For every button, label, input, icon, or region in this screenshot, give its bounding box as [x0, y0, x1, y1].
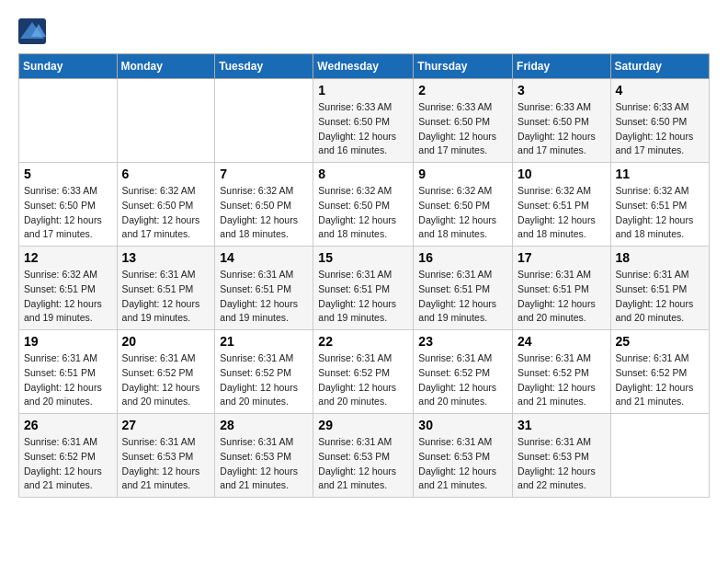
calendar-cell: 3Sunrise: 6:33 AM Sunset: 6:50 PM Daylig… [513, 79, 611, 163]
calendar-cell: 5Sunrise: 6:33 AM Sunset: 6:50 PM Daylig… [19, 163, 118, 247]
day-number: 15 [318, 250, 408, 265]
calendar-cell: 29Sunrise: 6:31 AM Sunset: 6:53 PM Dayli… [313, 414, 414, 498]
day-number: 25 [616, 334, 704, 349]
calendar-cell: 22Sunrise: 6:31 AM Sunset: 6:52 PM Dayli… [313, 330, 414, 414]
calendar-cell: 10Sunrise: 6:32 AM Sunset: 6:51 PM Dayli… [513, 163, 611, 247]
calendar-cell: 31Sunrise: 6:31 AM Sunset: 6:53 PM Dayli… [513, 414, 611, 498]
calendar-cell: 26Sunrise: 6:31 AM Sunset: 6:52 PM Dayli… [19, 414, 118, 498]
day-number: 30 [418, 418, 507, 432]
cell-info: Sunrise: 6:31 AM Sunset: 6:53 PM Dayligh… [122, 435, 210, 493]
calendar-cell: 14Sunrise: 6:31 AM Sunset: 6:51 PM Dayli… [215, 247, 313, 330]
calendar-cell: 11Sunrise: 6:32 AM Sunset: 6:51 PM Dayli… [610, 163, 709, 247]
cell-info: Sunrise: 6:32 AM Sunset: 6:50 PM Dayligh… [220, 184, 308, 242]
day-number: 21 [220, 334, 308, 349]
day-number: 14 [220, 250, 308, 265]
day-number: 24 [518, 334, 606, 349]
header-tuesday: Tuesday [215, 54, 313, 79]
week-row-4: 26Sunrise: 6:31 AM Sunset: 6:52 PM Dayli… [19, 414, 710, 498]
day-number: 26 [24, 418, 112, 432]
cell-info: Sunrise: 6:31 AM Sunset: 6:51 PM Dayligh… [318, 268, 408, 326]
cell-info: Sunrise: 6:32 AM Sunset: 6:50 PM Dayligh… [418, 184, 507, 242]
cell-info: Sunrise: 6:31 AM Sunset: 6:53 PM Dayligh… [220, 435, 308, 493]
logo-icon [18, 18, 46, 44]
cell-info: Sunrise: 6:32 AM Sunset: 6:51 PM Dayligh… [24, 268, 112, 326]
day-number: 19 [24, 334, 112, 349]
calendar-table: SundayMondayTuesdayWednesdayThursdayFrid… [18, 53, 710, 498]
calendar-cell: 6Sunrise: 6:32 AM Sunset: 6:50 PM Daylig… [117, 163, 215, 247]
week-row-2: 12Sunrise: 6:32 AM Sunset: 6:51 PM Dayli… [19, 247, 710, 330]
calendar-cell: 19Sunrise: 6:31 AM Sunset: 6:51 PM Dayli… [19, 330, 118, 414]
day-number: 12 [24, 250, 112, 265]
day-number: 11 [616, 167, 704, 181]
calendar-cell: 17Sunrise: 6:31 AM Sunset: 6:51 PM Dayli… [513, 247, 611, 330]
calendar-cell: 9Sunrise: 6:32 AM Sunset: 6:50 PM Daylig… [414, 163, 513, 247]
day-number: 28 [220, 418, 308, 432]
cell-info: Sunrise: 6:33 AM Sunset: 6:50 PM Dayligh… [518, 100, 606, 158]
calendar-cell: 7Sunrise: 6:32 AM Sunset: 6:50 PM Daylig… [215, 163, 313, 247]
day-number: 31 [518, 418, 606, 432]
calendar-cell [19, 79, 118, 163]
calendar-cell [215, 79, 313, 163]
header-thursday: Thursday [414, 54, 513, 79]
calendar-cell: 28Sunrise: 6:31 AM Sunset: 6:53 PM Dayli… [215, 414, 313, 498]
cell-info: Sunrise: 6:33 AM Sunset: 6:50 PM Dayligh… [616, 100, 704, 158]
calendar-cell: 18Sunrise: 6:31 AM Sunset: 6:51 PM Dayli… [610, 247, 709, 330]
cell-info: Sunrise: 6:31 AM Sunset: 6:51 PM Dayligh… [518, 268, 606, 326]
calendar-cell: 1Sunrise: 6:33 AM Sunset: 6:50 PM Daylig… [313, 79, 414, 163]
day-number: 20 [122, 334, 210, 349]
header-monday: Monday [117, 54, 215, 79]
cell-info: Sunrise: 6:31 AM Sunset: 6:53 PM Dayligh… [418, 435, 507, 493]
calendar-cell: 24Sunrise: 6:31 AM Sunset: 6:52 PM Dayli… [513, 330, 611, 414]
day-number: 22 [318, 334, 408, 349]
calendar-cell: 21Sunrise: 6:31 AM Sunset: 6:52 PM Dayli… [215, 330, 313, 414]
cell-info: Sunrise: 6:31 AM Sunset: 6:52 PM Dayligh… [616, 351, 704, 409]
calendar-cell: 30Sunrise: 6:31 AM Sunset: 6:53 PM Dayli… [414, 414, 513, 498]
cell-info: Sunrise: 6:31 AM Sunset: 6:51 PM Dayligh… [220, 268, 308, 326]
header-sunday: Sunday [19, 54, 118, 79]
day-number: 29 [318, 418, 408, 432]
cell-info: Sunrise: 6:31 AM Sunset: 6:52 PM Dayligh… [318, 351, 408, 409]
week-row-3: 19Sunrise: 6:31 AM Sunset: 6:51 PM Dayli… [19, 330, 710, 414]
page-header [18, 18, 710, 44]
week-row-0: 1Sunrise: 6:33 AM Sunset: 6:50 PM Daylig… [19, 79, 710, 163]
calendar-cell: 8Sunrise: 6:32 AM Sunset: 6:50 PM Daylig… [313, 163, 414, 247]
day-number: 17 [518, 250, 606, 265]
calendar-cell: 15Sunrise: 6:31 AM Sunset: 6:51 PM Dayli… [313, 247, 414, 330]
calendar-cell [610, 414, 709, 498]
calendar-cell: 16Sunrise: 6:31 AM Sunset: 6:51 PM Dayli… [414, 247, 513, 330]
calendar-cell [117, 79, 215, 163]
day-number: 9 [418, 167, 507, 181]
cell-info: Sunrise: 6:31 AM Sunset: 6:52 PM Dayligh… [220, 351, 308, 409]
calendar-header-row: SundayMondayTuesdayWednesdayThursdayFrid… [19, 54, 710, 79]
cell-info: Sunrise: 6:31 AM Sunset: 6:51 PM Dayligh… [24, 351, 112, 409]
cell-info: Sunrise: 6:31 AM Sunset: 6:51 PM Dayligh… [122, 268, 210, 326]
calendar-cell: 20Sunrise: 6:31 AM Sunset: 6:52 PM Dayli… [117, 330, 215, 414]
day-number: 18 [616, 250, 704, 265]
cell-info: Sunrise: 6:31 AM Sunset: 6:53 PM Dayligh… [518, 435, 606, 493]
day-number: 7 [220, 167, 308, 181]
day-number: 2 [418, 83, 507, 98]
day-number: 23 [418, 334, 507, 349]
day-number: 4 [616, 83, 704, 98]
calendar-cell: 2Sunrise: 6:33 AM Sunset: 6:50 PM Daylig… [414, 79, 513, 163]
cell-info: Sunrise: 6:32 AM Sunset: 6:50 PM Dayligh… [318, 184, 408, 242]
calendar-cell: 12Sunrise: 6:32 AM Sunset: 6:51 PM Dayli… [19, 247, 118, 330]
day-number: 8 [318, 167, 408, 181]
calendar-cell: 13Sunrise: 6:31 AM Sunset: 6:51 PM Dayli… [117, 247, 215, 330]
cell-info: Sunrise: 6:31 AM Sunset: 6:51 PM Dayligh… [616, 268, 704, 326]
header-wednesday: Wednesday [313, 54, 414, 79]
day-number: 27 [122, 418, 210, 432]
week-row-1: 5Sunrise: 6:33 AM Sunset: 6:50 PM Daylig… [19, 163, 710, 247]
cell-info: Sunrise: 6:31 AM Sunset: 6:53 PM Dayligh… [318, 435, 408, 493]
header-saturday: Saturday [610, 54, 709, 79]
day-number: 3 [518, 83, 606, 98]
logo [18, 18, 48, 44]
calendar-cell: 27Sunrise: 6:31 AM Sunset: 6:53 PM Dayli… [117, 414, 215, 498]
calendar-cell: 23Sunrise: 6:31 AM Sunset: 6:52 PM Dayli… [414, 330, 513, 414]
header-friday: Friday [513, 54, 611, 79]
cell-info: Sunrise: 6:33 AM Sunset: 6:50 PM Dayligh… [318, 100, 408, 158]
day-number: 1 [318, 83, 408, 98]
cell-info: Sunrise: 6:32 AM Sunset: 6:51 PM Dayligh… [518, 184, 606, 242]
day-number: 13 [122, 250, 210, 265]
calendar-cell: 25Sunrise: 6:31 AM Sunset: 6:52 PM Dayli… [610, 330, 709, 414]
